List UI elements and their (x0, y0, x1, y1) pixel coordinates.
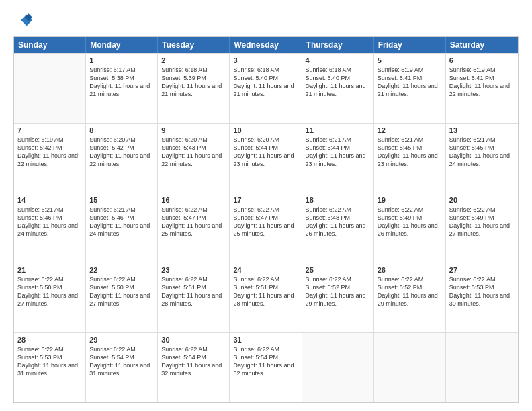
day-details: Sunrise: 6:22 AMSunset: 5:47 PMDaylight:… (161, 205, 226, 238)
calendar-cell: 18Sunrise: 6:22 AMSunset: 5:48 PMDayligh… (302, 193, 374, 263)
day-details: Sunrise: 6:20 AMSunset: 5:42 PMDaylight:… (89, 136, 154, 169)
day-number: 8 (89, 126, 154, 134)
day-number: 3 (233, 56, 298, 64)
day-details: Sunrise: 6:20 AMSunset: 5:44 PMDaylight:… (233, 136, 298, 169)
header (13, 11, 519, 30)
calendar-cell: 27Sunrise: 6:22 AMSunset: 5:53 PMDayligh… (446, 263, 518, 332)
calendar: SundayMondayTuesdayWednesdayThursdayFrid… (13, 36, 519, 403)
day-number: 9 (161, 126, 226, 134)
calendar-cell: 5Sunrise: 6:19 AMSunset: 5:41 PMDaylight… (374, 54, 446, 123)
day-details: Sunrise: 6:20 AMSunset: 5:43 PMDaylight:… (161, 136, 226, 169)
day-number: 4 (306, 56, 370, 64)
calendar-cell: 28Sunrise: 6:22 AMSunset: 5:53 PMDayligh… (14, 333, 86, 402)
day-details: Sunrise: 6:22 AMSunset: 5:50 PMDaylight:… (17, 275, 82, 308)
logo-icon (13, 11, 32, 30)
calendar-cell: 22Sunrise: 6:22 AMSunset: 5:50 PMDayligh… (86, 263, 158, 332)
calendar-cell: 13Sunrise: 6:21 AMSunset: 5:45 PMDayligh… (446, 124, 518, 193)
day-number: 22 (89, 266, 154, 274)
calendar-header-cell: Sunday (14, 37, 86, 53)
day-number: 27 (449, 266, 515, 274)
day-number: 12 (378, 126, 442, 134)
calendar-cell: 30Sunrise: 6:22 AMSunset: 5:54 PMDayligh… (158, 333, 230, 402)
day-details: Sunrise: 6:22 AMSunset: 5:49 PMDaylight:… (449, 205, 515, 238)
day-details: Sunrise: 6:22 AMSunset: 5:54 PMDaylight:… (233, 345, 298, 378)
calendar-cell: 26Sunrise: 6:22 AMSunset: 5:52 PMDayligh… (374, 263, 446, 332)
day-number: 19 (378, 196, 442, 204)
calendar-cell: 9Sunrise: 6:20 AMSunset: 5:43 PMDaylight… (158, 124, 230, 193)
calendar-header-cell: Saturday (446, 37, 518, 53)
day-number: 29 (89, 336, 154, 344)
calendar-cell: 6Sunrise: 6:19 AMSunset: 5:41 PMDaylight… (446, 54, 518, 123)
calendar-cell: 8Sunrise: 6:20 AMSunset: 5:42 PMDaylight… (86, 124, 158, 193)
day-details: Sunrise: 6:22 AMSunset: 5:53 PMDaylight:… (17, 345, 82, 378)
day-number: 21 (17, 266, 82, 274)
calendar-cell: 1Sunrise: 6:17 AMSunset: 5:38 PMDaylight… (86, 54, 158, 123)
calendar-cell (446, 333, 518, 402)
day-details: Sunrise: 6:22 AMSunset: 5:52 PMDaylight:… (306, 275, 370, 308)
day-number: 10 (233, 126, 298, 134)
calendar-cell (302, 333, 374, 402)
page: SundayMondayTuesdayWednesdayThursdayFrid… (0, 0, 532, 411)
day-details: Sunrise: 6:17 AMSunset: 5:38 PMDaylight:… (89, 66, 154, 99)
calendar-body: 1Sunrise: 6:17 AMSunset: 5:38 PMDaylight… (14, 53, 518, 402)
calendar-cell: 11Sunrise: 6:21 AMSunset: 5:44 PMDayligh… (302, 124, 374, 193)
day-number: 13 (449, 126, 515, 134)
day-number: 7 (17, 126, 82, 134)
calendar-cell: 15Sunrise: 6:21 AMSunset: 5:46 PMDayligh… (86, 193, 158, 263)
calendar-cell: 29Sunrise: 6:22 AMSunset: 5:54 PMDayligh… (86, 333, 158, 402)
day-details: Sunrise: 6:22 AMSunset: 5:51 PMDaylight:… (161, 275, 226, 308)
day-number: 26 (378, 266, 442, 274)
calendar-cell: 24Sunrise: 6:22 AMSunset: 5:51 PMDayligh… (230, 263, 302, 332)
day-details: Sunrise: 6:22 AMSunset: 5:49 PMDaylight:… (378, 205, 442, 238)
day-details: Sunrise: 6:21 AMSunset: 5:46 PMDaylight:… (17, 205, 82, 238)
logo (13, 11, 35, 30)
day-number: 23 (161, 266, 226, 274)
calendar-cell: 4Sunrise: 6:18 AMSunset: 5:40 PMDaylight… (302, 54, 374, 123)
day-details: Sunrise: 6:21 AMSunset: 5:45 PMDaylight:… (449, 136, 515, 169)
day-details: Sunrise: 6:22 AMSunset: 5:54 PMDaylight:… (89, 345, 154, 378)
day-number: 25 (306, 266, 370, 274)
calendar-cell: 31Sunrise: 6:22 AMSunset: 5:54 PMDayligh… (230, 333, 302, 402)
day-details: Sunrise: 6:18 AMSunset: 5:40 PMDaylight:… (233, 66, 298, 99)
calendar-cell: 21Sunrise: 6:22 AMSunset: 5:50 PMDayligh… (14, 263, 86, 332)
calendar-cell: 10Sunrise: 6:20 AMSunset: 5:44 PMDayligh… (230, 124, 302, 193)
calendar-header-cell: Wednesday (230, 37, 302, 53)
day-details: Sunrise: 6:21 AMSunset: 5:45 PMDaylight:… (378, 136, 442, 169)
day-number: 1 (89, 56, 154, 64)
day-details: Sunrise: 6:18 AMSunset: 5:40 PMDaylight:… (306, 66, 370, 99)
day-details: Sunrise: 6:19 AMSunset: 5:41 PMDaylight:… (449, 66, 515, 99)
calendar-cell (14, 54, 86, 123)
day-number: 20 (449, 196, 515, 204)
calendar-header-cell: Thursday (302, 37, 374, 53)
day-details: Sunrise: 6:19 AMSunset: 5:41 PMDaylight:… (378, 66, 442, 99)
day-number: 31 (233, 336, 298, 344)
day-details: Sunrise: 6:19 AMSunset: 5:42 PMDaylight:… (17, 136, 82, 169)
calendar-cell: 7Sunrise: 6:19 AMSunset: 5:42 PMDaylight… (14, 124, 86, 193)
calendar-cell: 14Sunrise: 6:21 AMSunset: 5:46 PMDayligh… (14, 193, 86, 263)
day-number: 30 (161, 336, 226, 344)
day-details: Sunrise: 6:21 AMSunset: 5:46 PMDaylight:… (89, 205, 154, 238)
calendar-cell: 16Sunrise: 6:22 AMSunset: 5:47 PMDayligh… (158, 193, 230, 263)
day-number: 11 (306, 126, 370, 134)
calendar-cell: 12Sunrise: 6:21 AMSunset: 5:45 PMDayligh… (374, 124, 446, 193)
calendar-week: 28Sunrise: 6:22 AMSunset: 5:53 PMDayligh… (14, 332, 518, 402)
calendar-cell: 19Sunrise: 6:22 AMSunset: 5:49 PMDayligh… (374, 193, 446, 263)
calendar-header-cell: Friday (374, 37, 446, 53)
day-number: 24 (233, 266, 298, 274)
day-details: Sunrise: 6:18 AMSunset: 5:39 PMDaylight:… (161, 66, 226, 99)
calendar-week: 1Sunrise: 6:17 AMSunset: 5:38 PMDaylight… (14, 53, 518, 123)
calendar-header-cell: Tuesday (158, 37, 230, 53)
calendar-cell: 3Sunrise: 6:18 AMSunset: 5:40 PMDaylight… (230, 54, 302, 123)
calendar-cell: 2Sunrise: 6:18 AMSunset: 5:39 PMDaylight… (158, 54, 230, 123)
calendar-cell: 23Sunrise: 6:22 AMSunset: 5:51 PMDayligh… (158, 263, 230, 332)
day-details: Sunrise: 6:22 AMSunset: 5:50 PMDaylight:… (89, 275, 154, 308)
calendar-week: 7Sunrise: 6:19 AMSunset: 5:42 PMDaylight… (14, 123, 518, 193)
day-number: 14 (17, 196, 82, 204)
calendar-cell: 20Sunrise: 6:22 AMSunset: 5:49 PMDayligh… (446, 193, 518, 263)
calendar-cell: 25Sunrise: 6:22 AMSunset: 5:52 PMDayligh… (302, 263, 374, 332)
day-details: Sunrise: 6:22 AMSunset: 5:52 PMDaylight:… (378, 275, 442, 308)
day-details: Sunrise: 6:22 AMSunset: 5:47 PMDaylight:… (233, 205, 298, 238)
calendar-week: 21Sunrise: 6:22 AMSunset: 5:50 PMDayligh… (14, 263, 518, 332)
day-number: 17 (233, 196, 298, 204)
day-number: 5 (378, 56, 442, 64)
